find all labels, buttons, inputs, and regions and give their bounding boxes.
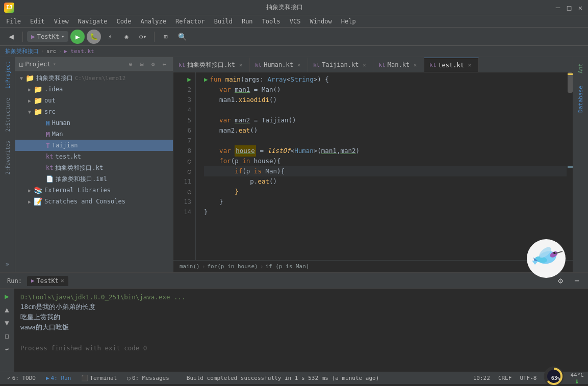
tree-item-src[interactable]: ▼ 📁 src [15,106,173,117]
terminal-tab[interactable]: ⬛ Terminal [78,374,120,382]
tree-taijian-name: Taijian [52,142,78,149]
code-content[interactable]: ▶ fun main(args: Array<String>) { var ma… [196,72,567,260]
human-icon: H [46,119,50,127]
menu-help[interactable]: Help [337,17,360,26]
todo-tab[interactable]: ✓ 6: TODO [4,374,39,382]
breadcrumb-sep-2: › [260,263,264,270]
scroll-down-button[interactable]: ▼ [2,317,13,328]
status-encoding[interactable]: UTF-8 [518,375,539,381]
tab-taijian-kt-close[interactable]: ✕ [361,61,368,68]
editor-scrollbar[interactable] [567,72,573,260]
scroll-thumb[interactable] [568,72,573,93]
breadcrumb-for[interactable]: for(p in house) [207,263,258,270]
tree-item-scratches[interactable]: ▶ 📝 Scratches and Consoles [15,196,173,207]
tab-human-kt-close[interactable]: ✕ [295,61,302,68]
tree-item-taijian[interactable]: T Taijian [15,140,173,151]
project-window-button[interactable]: ⊞ [159,30,173,44]
menu-run[interactable]: Run [238,17,257,26]
menu-code[interactable]: Code [113,17,136,26]
menu-analyze[interactable]: Analyze [136,17,170,26]
run-tab-bottom[interactable]: ▶ 4: Run [43,374,74,382]
debug-button[interactable]: 🐛 [87,30,101,44]
l11-parens: () [269,176,277,187]
tree-item-idea[interactable]: ▶ 📁 .idea [15,84,173,95]
run-tab-close[interactable]: ✕ [61,277,64,284]
tree-item-ext-libs[interactable]: ▶ 📚 External Libraries [15,185,173,196]
menu-edit[interactable]: Edit [26,17,49,26]
coverage-button[interactable]: ◉ [119,30,134,44]
more-run-button[interactable]: ⚙▾ [136,30,150,44]
tab-man-kt-close[interactable]: ✕ [412,61,419,68]
database-panel-label[interactable]: Database [577,82,584,117]
minimize-button[interactable]: ─ [554,4,561,11]
code-line-8: var house = listOf<Human>(man1,man2) [204,146,567,156]
run-button[interactable]: ▶ [70,30,85,44]
tree-item-abstract-iml[interactable]: 📄 抽象类和接口.iml [15,173,173,185]
code-line-7 [204,136,567,146]
menu-vcs[interactable]: VCS [286,17,305,26]
menu-build[interactable]: Build [210,17,237,26]
run-panel-minimize[interactable]: − [570,274,584,288]
menu-view[interactable]: View [50,17,73,26]
tab-abstract-kt-label: 抽象类和接口.kt [187,61,235,69]
messages-tab[interactable]: ○ 0: Messages [124,374,172,382]
wrap-output-button[interactable]: ↩ [2,344,13,355]
tab-abstract-kt-close[interactable]: ✕ [237,61,244,68]
cpu-gauge: 63% [543,366,569,387]
tree-item-human[interactable]: H Human [15,117,173,128]
path-root: 抽象类和接口 [5,47,39,55]
menu-navigate[interactable]: Navigate [74,17,112,26]
sidebar-project-icon[interactable]: 1:Project [1,59,14,91]
sidebar-more-icon[interactable]: » [1,257,14,270]
run-content: ▶ ▲ ▼ □ ↩ D:\tools\java\jdk1.8.0_251\bin… [0,289,588,372]
tab-test-kt-close[interactable]: ✕ [466,62,473,69]
tree-item-abstract-kt[interactable]: kt 抽象类和接口.kt [15,162,173,173]
tab-test-kt[interactable]: kt test.kt ✕ [424,58,479,72]
back-button[interactable]: ◀ [4,30,18,44]
tree-item-testkt[interactable]: kt test.kt [15,151,173,162]
tab-abstract-kt[interactable]: kt 抽象类和接口.kt ✕ [173,58,250,72]
menu-window[interactable]: Window [305,17,336,26]
breadcrumb-if[interactable]: if (p is Man) [265,263,309,270]
l8-kw-var: var [219,146,235,156]
sidebar-favorites-icon[interactable]: 2:Favorites [1,139,14,176]
status-line-ending[interactable]: CRLF [496,375,514,381]
scroll-up-button[interactable]: ▲ [2,304,13,315]
rerun-button[interactable]: ▶ [2,291,13,302]
menu-file[interactable]: File [2,17,25,26]
profile-button[interactable]: ⚡ [103,30,117,44]
project-dropdown-icon[interactable]: ▾ [53,61,56,67]
menu-refactor[interactable]: Refactor [171,17,209,26]
status-time[interactable]: 10:22 [471,375,492,381]
sidebar-structure-icon[interactable]: 2:Structure [1,96,14,134]
tree-item-man[interactable]: M Man [15,128,173,140]
tree-item-root[interactable]: ▼ 📁 抽象类和接口 C:\Users\lemo12 [15,72,173,84]
run-config-icon: ▶ [31,33,35,40]
project-collapse-button[interactable]: ↔ [160,60,169,69]
maximize-button[interactable]: □ [566,4,573,11]
src-folder-icon: 📁 [34,108,42,116]
output-line-5 [20,332,582,343]
tab-human-kt[interactable]: kt Human.kt ✕ [250,58,308,72]
l6-man2: man2. [219,125,239,136]
menu-tools[interactable]: Tools [258,17,285,26]
tab-taijian-kt[interactable]: kt Taijian.kt ✕ [308,58,374,72]
tab-man-kt[interactable]: kt Man.kt ✕ [373,58,424,72]
tree-item-out[interactable]: ▶ 📁 out [15,95,173,106]
tab-test-kt-label: test.kt [438,62,464,69]
l10-kw-is: is [254,166,262,176]
stop-button[interactable]: □ [2,330,13,342]
run-panel-settings[interactable]: ⚙ [553,274,568,288]
run-tab-testkt[interactable]: ▶ TestKt ✕ [27,276,68,286]
code-line-9: for(p in house){ [204,156,567,166]
project-layout-button[interactable]: ⊟ [137,60,146,69]
project-title: Project [25,61,51,68]
ant-panel-label[interactable]: Ant [577,59,584,78]
project-add-button[interactable]: ⊕ [126,60,135,69]
run-config-selector[interactable]: ▶ TestKt ▾ [27,31,68,42]
breadcrumb-main[interactable]: main() [180,263,200,270]
project-settings-button[interactable]: ⚙ [148,60,158,69]
run-controls: ▶ ▲ ▼ □ ↩ [0,289,14,372]
close-button[interactable]: ✕ [577,4,584,11]
search-button[interactable]: 🔍 [175,30,189,44]
